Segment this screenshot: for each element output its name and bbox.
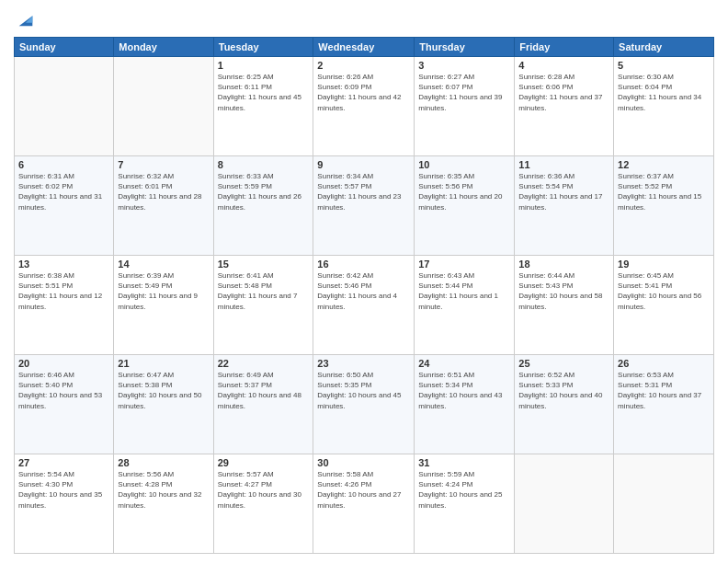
day-info: Sunrise: 5:59 AMSunset: 4:24 PMDaylight:…: [418, 469, 510, 511]
calendar-cell: 11Sunrise: 6:36 AMSunset: 5:54 PMDayligh…: [515, 156, 614, 256]
day-info: Sunrise: 6:36 AMSunset: 5:54 PMDaylight:…: [518, 171, 609, 213]
calendar-cell: 31Sunrise: 5:59 AMSunset: 4:24 PMDayligh…: [415, 454, 515, 554]
day-number: 10: [418, 159, 510, 170]
calendar-week-row: 1Sunrise: 6:25 AMSunset: 6:11 PMDaylight…: [15, 57, 714, 156]
day-info: Sunrise: 5:56 AMSunset: 4:28 PMDaylight:…: [118, 469, 209, 511]
calendar-cell: 19Sunrise: 6:45 AMSunset: 5:41 PMDayligh…: [614, 256, 714, 355]
day-info: Sunrise: 6:26 AMSunset: 6:09 PMDaylight:…: [317, 72, 410, 113]
day-number: 29: [218, 457, 310, 468]
calendar-cell: 26Sunrise: 6:53 AMSunset: 5:31 PMDayligh…: [614, 355, 714, 454]
day-info: Sunrise: 6:44 AMSunset: 5:43 PMDaylight:…: [518, 270, 609, 312]
day-number: 8: [218, 159, 310, 170]
svg-marker-1: [26, 16, 32, 22]
calendar-table: SundayMondayTuesdayWednesdayThursdayFrid…: [14, 37, 714, 554]
day-header: Saturday: [614, 38, 714, 57]
day-info: Sunrise: 6:51 AMSunset: 5:34 PMDaylight:…: [418, 370, 510, 411]
day-info: Sunrise: 6:25 AMSunset: 6:11 PMDaylight:…: [218, 72, 310, 113]
day-number: 3: [418, 60, 510, 71]
day-info: Sunrise: 6:42 AMSunset: 5:46 PMDaylight:…: [317, 270, 410, 312]
day-number: 9: [317, 159, 410, 170]
day-number: 19: [618, 259, 710, 270]
day-header: Monday: [114, 38, 213, 57]
calendar-cell: [15, 57, 114, 156]
calendar-cell: 8Sunrise: 6:33 AMSunset: 5:59 PMDaylight…: [213, 156, 313, 256]
day-number: 23: [317, 358, 410, 369]
day-info: Sunrise: 6:52 AMSunset: 5:33 PMDaylight:…: [518, 370, 609, 411]
day-info: Sunrise: 6:39 AMSunset: 5:49 PMDaylight:…: [118, 270, 209, 312]
calendar-cell: 20Sunrise: 6:46 AMSunset: 5:40 PMDayligh…: [15, 355, 114, 454]
calendar-cell: 9Sunrise: 6:34 AMSunset: 5:57 PMDaylight…: [313, 156, 415, 256]
day-number: 22: [218, 358, 310, 369]
day-info: Sunrise: 6:45 AMSunset: 5:41 PMDaylight:…: [618, 270, 710, 312]
calendar-cell: 28Sunrise: 5:56 AMSunset: 4:28 PMDayligh…: [114, 454, 213, 554]
day-number: 1: [218, 60, 310, 71]
calendar-cell: 21Sunrise: 6:47 AMSunset: 5:38 PMDayligh…: [114, 355, 213, 454]
calendar-cell: 6Sunrise: 6:31 AMSunset: 6:02 PMDaylight…: [15, 156, 114, 256]
day-info: Sunrise: 6:38 AMSunset: 5:51 PMDaylight:…: [18, 270, 109, 312]
calendar-week-row: 27Sunrise: 5:54 AMSunset: 4:30 PMDayligh…: [15, 454, 714, 554]
calendar-cell: 16Sunrise: 6:42 AMSunset: 5:46 PMDayligh…: [313, 256, 415, 355]
day-info: Sunrise: 6:31 AMSunset: 6:02 PMDaylight:…: [18, 171, 109, 213]
day-number: 24: [418, 358, 510, 369]
day-info: Sunrise: 5:58 AMSunset: 4:26 PMDaylight:…: [317, 469, 410, 511]
calendar-cell: 27Sunrise: 5:54 AMSunset: 4:30 PMDayligh…: [15, 454, 114, 554]
day-info: Sunrise: 6:46 AMSunset: 5:40 PMDaylight:…: [18, 370, 109, 411]
day-number: 16: [317, 259, 410, 270]
calendar-cell: 29Sunrise: 5:57 AMSunset: 4:27 PMDayligh…: [213, 454, 313, 554]
day-header: Wednesday: [313, 38, 415, 57]
calendar-header-row: SundayMondayTuesdayWednesdayThursdayFrid…: [15, 38, 714, 57]
day-info: Sunrise: 6:35 AMSunset: 5:56 PMDaylight:…: [418, 171, 510, 213]
day-number: 15: [218, 259, 310, 270]
day-info: Sunrise: 6:49 AMSunset: 5:37 PMDaylight:…: [218, 370, 310, 411]
day-number: 6: [18, 159, 109, 170]
day-info: Sunrise: 6:32 AMSunset: 6:01 PMDaylight:…: [118, 171, 209, 213]
day-header: Tuesday: [213, 38, 313, 57]
day-info: Sunrise: 6:33 AMSunset: 5:59 PMDaylight:…: [218, 171, 310, 213]
day-number: 11: [518, 159, 609, 170]
calendar-cell: 22Sunrise: 6:49 AMSunset: 5:37 PMDayligh…: [213, 355, 313, 454]
calendar-cell: 18Sunrise: 6:44 AMSunset: 5:43 PMDayligh…: [515, 256, 614, 355]
day-info: Sunrise: 6:43 AMSunset: 5:44 PMDaylight:…: [418, 270, 510, 312]
calendar-cell: 7Sunrise: 6:32 AMSunset: 6:01 PMDaylight…: [114, 156, 213, 256]
calendar-cell: 30Sunrise: 5:58 AMSunset: 4:26 PMDayligh…: [313, 454, 415, 554]
calendar-cell: 14Sunrise: 6:39 AMSunset: 5:49 PMDayligh…: [114, 256, 213, 355]
day-info: Sunrise: 6:50 AMSunset: 5:35 PMDaylight:…: [317, 370, 410, 411]
day-number: 7: [118, 159, 209, 170]
calendar-cell: 4Sunrise: 6:28 AMSunset: 6:06 PMDaylight…: [515, 57, 614, 156]
day-number: 13: [18, 259, 109, 270]
calendar-cell: 13Sunrise: 6:38 AMSunset: 5:51 PMDayligh…: [15, 256, 114, 355]
calendar-week-row: 6Sunrise: 6:31 AMSunset: 6:02 PMDaylight…: [15, 156, 714, 256]
calendar-cell: 1Sunrise: 6:25 AMSunset: 6:11 PMDaylight…: [213, 57, 313, 156]
calendar-cell: [614, 454, 714, 554]
day-number: 30: [317, 457, 410, 468]
day-number: 14: [118, 259, 209, 270]
day-number: 26: [618, 358, 710, 369]
calendar-cell: 3Sunrise: 6:27 AMSunset: 6:07 PMDaylight…: [415, 57, 515, 156]
day-header: Thursday: [415, 38, 515, 57]
day-number: 17: [418, 259, 510, 270]
calendar-cell: 5Sunrise: 6:30 AMSunset: 6:04 PMDaylight…: [614, 57, 714, 156]
calendar-cell: 15Sunrise: 6:41 AMSunset: 5:48 PMDayligh…: [213, 256, 313, 355]
day-number: 12: [618, 159, 710, 170]
day-info: Sunrise: 6:28 AMSunset: 6:06 PMDaylight:…: [518, 72, 609, 113]
day-number: 5: [618, 60, 710, 71]
calendar-cell: [114, 57, 213, 156]
calendar-cell: [515, 454, 614, 554]
day-header: Sunday: [15, 38, 114, 57]
calendar-week-row: 13Sunrise: 6:38 AMSunset: 5:51 PMDayligh…: [15, 256, 714, 355]
page-header: [14, 9, 714, 29]
day-info: Sunrise: 6:37 AMSunset: 5:52 PMDaylight:…: [618, 171, 710, 213]
day-number: 28: [118, 457, 209, 468]
logo: [14, 9, 36, 29]
day-number: 4: [518, 60, 609, 71]
day-info: Sunrise: 6:30 AMSunset: 6:04 PMDaylight:…: [618, 72, 710, 113]
day-info: Sunrise: 6:34 AMSunset: 5:57 PMDaylight:…: [317, 171, 410, 213]
day-number: 25: [518, 358, 609, 369]
day-info: Sunrise: 6:47 AMSunset: 5:38 PMDaylight:…: [118, 370, 209, 411]
calendar-body: 1Sunrise: 6:25 AMSunset: 6:11 PMDaylight…: [15, 57, 714, 554]
calendar-cell: 25Sunrise: 6:52 AMSunset: 5:33 PMDayligh…: [515, 355, 614, 454]
calendar-cell: 17Sunrise: 6:43 AMSunset: 5:44 PMDayligh…: [415, 256, 515, 355]
calendar-cell: 10Sunrise: 6:35 AMSunset: 5:56 PMDayligh…: [415, 156, 515, 256]
calendar-cell: 2Sunrise: 6:26 AMSunset: 6:09 PMDaylight…: [313, 57, 415, 156]
calendar-cell: 24Sunrise: 6:51 AMSunset: 5:34 PMDayligh…: [415, 355, 515, 454]
